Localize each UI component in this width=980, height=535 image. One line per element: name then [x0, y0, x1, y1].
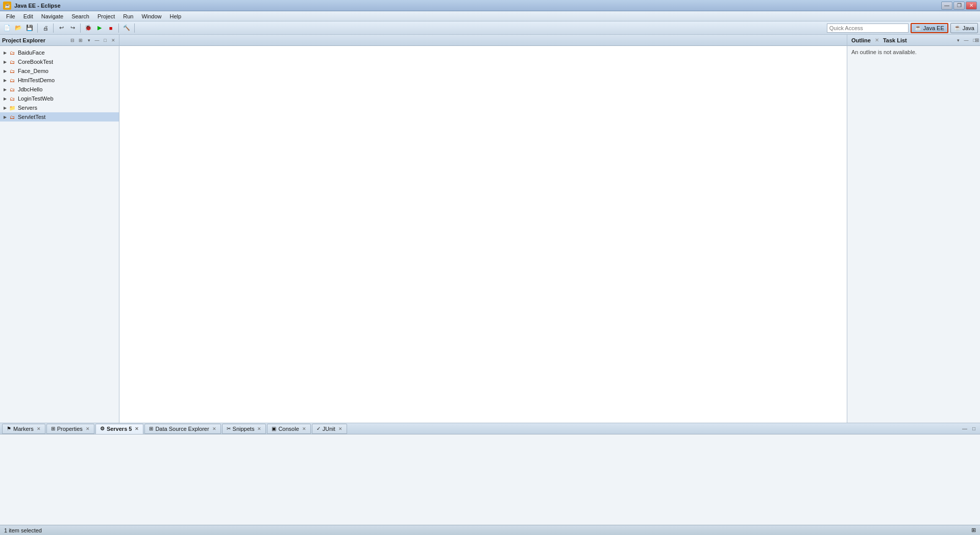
menu-item-file[interactable]: File — [2, 12, 19, 20]
outline-tab[interactable]: Outline — [849, 36, 873, 44]
tree-item-corebooktest[interactable]: ▶ 🗂 CoreBookTest — [0, 57, 119, 66]
debug-button[interactable]: 🐞 — [83, 23, 93, 33]
tab-close-snippets[interactable]: ✕ — [257, 426, 261, 431]
bottom-tab-snippets[interactable]: ✂ Snippets ✕ — [222, 424, 266, 434]
new-button[interactable]: 📄 — [2, 23, 12, 33]
tree-arrow: ▶ — [2, 86, 8, 92]
save-button[interactable]: 💾 — [24, 23, 35, 33]
tree-label: CoreBookTest — [18, 59, 53, 65]
quick-access-input[interactable] — [827, 23, 909, 33]
java-ee-label: Java EE — [923, 25, 944, 31]
status-text: 1 item selected — [4, 527, 42, 533]
tree-item-jdbchello[interactable]: ▶ 🗂 JdbcHello — [0, 85, 119, 94]
window-controls: — ❐ ✕ — [941, 2, 977, 10]
status-bar: 1 item selected ⊞ — [0, 525, 980, 535]
tree-item-logintestweb[interactable]: ▶ 🗂 LoginTestWeb — [0, 94, 119, 103]
run-button[interactable]: ▶ — [94, 23, 105, 33]
outline-side-btn-1[interactable]: ⊞ — [973, 36, 980, 44]
outline-view-menu[interactable]: ▾ — [954, 37, 962, 44]
menu-item-run[interactable]: Run — [119, 12, 137, 20]
view-menu-button[interactable]: ▾ — [85, 37, 92, 44]
redo-button[interactable]: ↪ — [67, 23, 78, 33]
tab-label-junit: JUnit — [323, 426, 335, 432]
bottom-tab-properties[interactable]: ⊞ Properties ✕ — [46, 424, 94, 434]
status-right: ⊞ — [971, 527, 976, 533]
tree-icon: 🗂 — [8, 58, 16, 66]
tree-label: Face_Demo — [18, 68, 48, 74]
java-ee-icon: ☕ — [915, 25, 922, 31]
link-button[interactable]: ⊞ — [77, 37, 84, 44]
bottom-tab-markers[interactable]: ⚑ Markers ✕ — [2, 424, 45, 434]
close-button[interactable]: ✕ — [966, 2, 977, 10]
toolbar-sep-2 — [53, 23, 54, 33]
tree-label: LoginTestWeb — [18, 95, 54, 102]
undo-button[interactable]: ↩ — [56, 23, 66, 33]
tree-item-face-demo[interactable]: ▶ 🗂 Face_Demo — [0, 66, 119, 76]
tree-item-servlettest[interactable]: ▶ 🗂 ServletTest — [0, 112, 119, 121]
tree-item-baiduface[interactable]: ▶ 🗂 BaiduFace — [0, 48, 119, 57]
tab-close-console[interactable]: ✕ — [302, 426, 306, 431]
outline-message: An outline is not available. — [851, 49, 917, 55]
bottom-tab-servers[interactable]: ⚙ Servers 5 ✕ — [95, 424, 144, 434]
bottom-tab-console[interactable]: ▣ Console ✕ — [267, 424, 310, 434]
stop-button[interactable]: ■ — [106, 23, 116, 33]
toolbar-sep-1 — [37, 23, 38, 33]
bottom-content — [0, 434, 980, 525]
java-icon: ☕ — [954, 25, 961, 31]
tree-icon: 📁 — [8, 104, 16, 112]
java-perspective-button[interactable]: ☕ Java — [950, 23, 978, 33]
print-button[interactable]: 🖨 — [40, 23, 51, 33]
tab-close-junit[interactable]: ✕ — [338, 426, 342, 431]
tab-close-datasource[interactable]: ✕ — [212, 426, 216, 431]
tab-icon-servers: ⚙ — [100, 426, 105, 431]
menu-item-window[interactable]: Window — [137, 12, 165, 20]
collapse-all-button[interactable]: ⊟ — [69, 37, 76, 44]
bottom-tab-datasource[interactable]: ⊞ Data Source Explorer ✕ — [144, 424, 220, 434]
minimize-panel-button[interactable]: — — [93, 37, 101, 44]
restore-button[interactable]: ❐ — [953, 2, 965, 10]
bottom-tab-junit[interactable]: ✓ JUnit ✕ — [312, 424, 347, 434]
bottom-maximize-btn[interactable]: □ — [970, 425, 978, 433]
tree-label: JdbcHello — [18, 86, 42, 92]
tree-arrow: ▶ — [2, 77, 8, 83]
maximize-panel-button[interactable]: □ — [102, 37, 109, 44]
minimize-button[interactable]: — — [941, 2, 952, 10]
bottom-panel-controls: — □ — [961, 425, 978, 433]
tree-item-htmltestdemo[interactable]: ▶ 🗂 HtmlTestDemo — [0, 76, 119, 85]
tab-close-servers[interactable]: ✕ — [135, 426, 139, 431]
menu-item-edit[interactable]: Edit — [19, 12, 37, 20]
tree-item-servers[interactable]: ▶ 📁 Servers — [0, 103, 119, 112]
tree-label: HtmlTestDemo — [18, 77, 55, 83]
editor-content — [119, 46, 847, 423]
outline-side-buttons: ⊞ — [972, 35, 980, 45]
main-area: Project Explorer ⊟ ⊞ ▾ — □ ✕ ▶ 🗂 BaiduFa… — [0, 35, 980, 525]
menu-item-project[interactable]: Project — [93, 12, 119, 20]
java-ee-perspective-button[interactable]: ☕ Java EE — [911, 23, 948, 33]
tab-label-markers: Markers — [13, 426, 34, 432]
tab-label-properties: Properties — [57, 426, 83, 432]
tab-label-console: Console — [278, 426, 299, 432]
tree-icon: 🗂 — [8, 85, 16, 93]
open-button[interactable]: 📂 — [13, 23, 23, 33]
status-icon: ⊞ — [971, 527, 976, 533]
project-explorer-header: Project Explorer ⊟ ⊞ ▾ — □ ✕ — [0, 35, 119, 46]
tab-close-properties[interactable]: ✕ — [86, 426, 90, 431]
menu-item-help[interactable]: Help — [166, 12, 186, 20]
build-button[interactable]: 🔨 — [121, 23, 132, 33]
tab-label-datasource: Data Source Explorer — [155, 426, 209, 432]
close-panel-button[interactable]: ✕ — [110, 37, 117, 44]
bottom-minimize-btn[interactable]: — — [961, 425, 969, 433]
menu-item-navigate[interactable]: Navigate — [37, 12, 67, 20]
outline-minimize[interactable]: — — [963, 37, 970, 44]
editor-area — [119, 35, 847, 423]
title-bar: ☕ Java EE - Eclipse — ❐ ✕ — [0, 0, 980, 11]
top-panels: Project Explorer ⊟ ⊞ ▾ — □ ✕ ▶ 🗂 BaiduFa… — [0, 35, 980, 423]
tree-icon: 🗂 — [8, 76, 16, 84]
quick-access-area: ☕ Java EE ☕ Java — [827, 23, 978, 33]
outline-close[interactable]: ✕ — [875, 37, 879, 43]
menu-item-search[interactable]: Search — [67, 12, 93, 20]
tab-close-markers[interactable]: ✕ — [37, 426, 41, 431]
toolbar-sep-3 — [80, 23, 81, 33]
tree-label: Servers — [18, 105, 37, 111]
task-list-tab[interactable]: Task List — [881, 36, 909, 44]
